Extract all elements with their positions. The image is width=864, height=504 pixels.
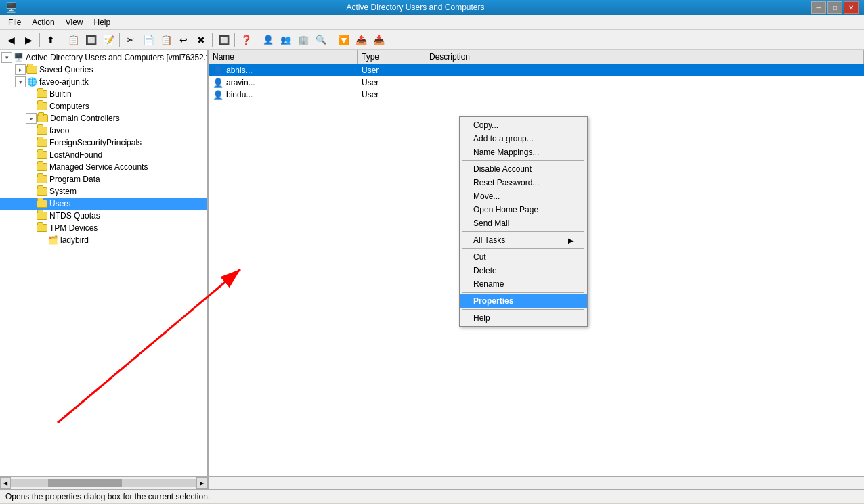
new-user-button[interactable]: 👤	[260, 32, 276, 48]
tree-item-ntds[interactable]: NTDS Quotas	[0, 210, 207, 222]
ctx-all-tasks[interactable]: All Tasks ▶	[460, 233, 587, 247]
toolbar-export[interactable]: 📤	[353, 32, 369, 48]
forward-button[interactable]: ▶	[20, 32, 37, 48]
list-cell-abhis-type: User	[358, 65, 425, 76]
minimize-button[interactable]: ─	[811, 1, 826, 14]
col-header-desc[interactable]: Description	[425, 50, 864, 64]
folder-icon-system	[37, 186, 47, 197]
find-button[interactable]: 🔍	[313, 32, 329, 48]
up-button[interactable]: ⬆	[43, 32, 59, 48]
tree-item-faveo[interactable]: faveo	[0, 124, 207, 137]
toolbar-sep-4	[212, 33, 213, 47]
folder-icon-managed	[37, 162, 47, 173]
tree-scroll-bottom: ◀ ▶	[0, 477, 209, 489]
folder-icon-programdata	[37, 174, 47, 185]
list-cell-bindu-desc	[425, 94, 864, 95]
tree-label-lostfound: LostAndFound	[49, 150, 102, 160]
menu-file[interactable]: File	[3, 16, 26, 28]
ctx-name-mappings[interactable]: Name Mappings...	[460, 145, 587, 159]
ctx-reset-password[interactable]: Reset Password...	[460, 176, 587, 189]
tree-item-saved-queries[interactable]: ▸ Saved Queries	[0, 64, 207, 76]
tree-item-computers[interactable]: Computers	[0, 100, 207, 112]
tree-item-tpm[interactable]: TPM Devices	[0, 222, 207, 234]
tree-label-tpm: TPM Devices	[49, 223, 98, 233]
tree-item-programdata[interactable]: Program Data	[0, 173, 207, 185]
tree-root-label: Active Directory Users and Computers [vm…	[26, 53, 208, 62]
toolbar-filter[interactable]: 🔽	[335, 32, 351, 48]
ctx-open-home-page[interactable]: Open Home Page	[460, 203, 587, 216]
toolbar-paste[interactable]: 📋	[158, 32, 174, 48]
tree-item-ladybird[interactable]: 🗂️ ladybird	[0, 234, 207, 246]
toolbar-sep-1	[39, 33, 40, 47]
window-controls: ─ □ ✕	[811, 1, 859, 14]
domain-icon: 🌐	[26, 76, 37, 87]
toolbar-help[interactable]: ❓	[238, 32, 254, 48]
tree-label-saved-queries: Saved Queries	[39, 65, 93, 74]
tree-root[interactable]: ▾ 🖥️ Active Directory Users and Computer…	[0, 51, 207, 64]
tree-label-managed: Managed Service Accounts	[49, 162, 148, 172]
ctx-cut[interactable]: Cut	[460, 250, 587, 264]
tree-item-system[interactable]: System	[0, 185, 207, 198]
ctx-add-group[interactable]: Add to a group...	[460, 132, 587, 145]
folder-icon-computers	[37, 101, 47, 112]
ctx-arrow-all-tasks: ▶	[568, 237, 574, 244]
tree-label-ntds: NTDS Quotas	[49, 211, 100, 221]
window-icon: 🖥️	[5, 2, 17, 13]
toolbar-delete[interactable]: ✖	[193, 32, 209, 48]
toolbar-snap[interactable]: 🔲	[83, 32, 99, 48]
tree-item-lostfound[interactable]: LostAndFound	[0, 149, 207, 161]
tree-label-fsp: ForeignSecurityPrincipals	[49, 138, 142, 147]
col-header-type[interactable]: Type	[358, 50, 425, 64]
tree-expand-root[interactable]: ▾	[1, 52, 12, 63]
col-header-name[interactable]: Name	[209, 50, 358, 64]
scroll-right-btn[interactable]: ▶	[196, 477, 207, 489]
ctx-help[interactable]: Help	[460, 311, 587, 325]
tree-label-dc: Domain Controllers	[50, 114, 120, 123]
tree-item-faveo-arjun[interactable]: ▾ 🌐 faveo-arjun.tk	[0, 76, 207, 88]
tree-expand-dc[interactable]: ▸	[26, 113, 37, 124]
list-item-aravin[interactable]: 👤 aravin... User	[209, 76, 864, 89]
new-group-button[interactable]: 👥	[278, 32, 294, 48]
list-cell-bindu-name: 👤 bindu...	[209, 89, 358, 101]
toolbar-notes[interactable]: 📝	[100, 32, 116, 48]
menu-action[interactable]: Action	[26, 16, 60, 28]
toolbar: ◀ ▶ ⬆ 📋 🔲 📝 ✂ 📄 📋 ↩ ✖ 🔲 ❓ 👤 👥 🏢 🔍 🔽 📤 📥	[0, 30, 864, 50]
scrollbar-thumb-h[interactable]	[48, 479, 123, 487]
ctx-sep-2	[462, 231, 584, 232]
ctx-rename[interactable]: Rename	[460, 277, 587, 291]
close-button[interactable]: ✕	[844, 1, 859, 14]
toolbar-undo[interactable]: ↩	[175, 32, 192, 48]
tree-item-users[interactable]: Users	[0, 198, 207, 210]
new-ou-button[interactable]: 🏢	[295, 32, 311, 48]
ctx-properties[interactable]: Properties	[460, 294, 587, 308]
list-item-bindu[interactable]: 👤 bindu... User	[209, 89, 864, 101]
toolbar-cut[interactable]: ✂	[123, 32, 139, 48]
ctx-disable-account[interactable]: Disable Account	[460, 162, 587, 176]
folder-icon-builtin	[37, 89, 47, 99]
status-bar: Opens the properties dialog box for the …	[0, 489, 864, 503]
toolbar-copy[interactable]: 📄	[140, 32, 156, 48]
folder-icon-fsp	[37, 137, 47, 148]
maximize-button[interactable]: □	[827, 1, 842, 14]
ctx-send-mail[interactable]: Send Mail	[460, 216, 587, 230]
show-hide-console[interactable]: 📋	[65, 32, 81, 48]
ctx-move[interactable]: Move...	[460, 189, 587, 203]
list-item-abhis[interactable]: 👤 abhis... User	[209, 64, 864, 76]
ctx-delete[interactable]: Delete	[460, 264, 587, 277]
menu-help[interactable]: Help	[89, 16, 116, 28]
ctx-copy[interactable]: Copy...	[460, 118, 587, 132]
toolbar-sep-5	[234, 33, 235, 47]
toolbar-import[interactable]: 📥	[370, 32, 387, 48]
back-button[interactable]: ◀	[3, 32, 19, 48]
tree-item-managed-service[interactable]: Managed Service Accounts	[0, 161, 207, 173]
tree-item-domain-controllers[interactable]: ▸ Domain Controllers	[0, 112, 207, 124]
menu-view[interactable]: View	[60, 16, 89, 28]
tree-label-users: Users	[49, 199, 70, 208]
title-bar: 🖥️ Active Directory Users and Computers …	[0, 0, 864, 15]
tree-item-fsp[interactable]: ForeignSecurityPrincipals	[0, 137, 207, 149]
scroll-left-btn[interactable]: ◀	[0, 477, 11, 489]
tree-expand-saved-queries[interactable]: ▸	[15, 64, 26, 75]
toolbar-properties[interactable]: 🔲	[215, 32, 232, 48]
tree-expand-faveo-arjun[interactable]: ▾	[15, 76, 26, 87]
tree-item-builtin[interactable]: Builtin	[0, 88, 207, 100]
